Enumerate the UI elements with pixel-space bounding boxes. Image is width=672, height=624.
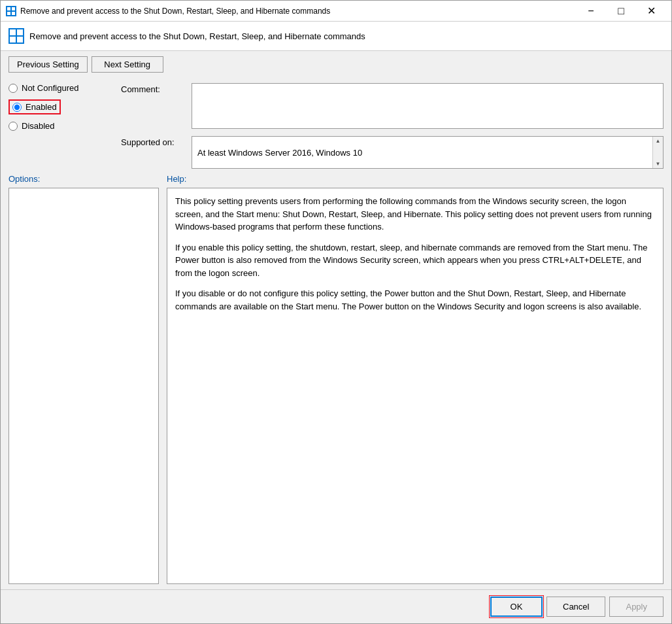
disabled-radio[interactable] [8,122,18,131]
help-paragraph-3: If you disable or do not configure this … [175,287,655,313]
help-paragraph-2: If you enable this policy setting, the s… [175,241,655,280]
comment-textarea[interactable] [192,83,664,129]
minimize-button[interactable]: − [576,1,606,22]
scroll-up-arrow: ▲ [654,137,662,145]
options-section-label: Options: [8,174,40,184]
supported-on-label: Supported on: [121,136,186,147]
svg-rect-2 [7,12,10,15]
enabled-option[interactable]: Enabled [8,99,113,114]
fields-section: Comment: Supported on: At least Windows … [121,83,664,169]
help-panel: This policy setting prevents users from … [167,188,664,584]
supported-on-value: At least Windows Server 2016, Windows 10 [197,148,375,158]
dialog-header: Remove and prevent access to the Shut Do… [1,22,671,51]
svg-rect-0 [7,7,10,10]
top-section: Not Configured Enabled Disabled Comme [8,83,664,169]
next-setting-button[interactable]: Next Setting [92,56,163,73]
supported-on-value-box: At least Windows Server 2016, Windows 10… [192,136,664,169]
toolbar: Previous Setting Next Setting [1,51,671,78]
svg-rect-5 [17,29,23,35]
radio-group: Not Configured Enabled Disabled [8,83,113,169]
supported-on-scrollbar: ▲ ▼ [652,137,663,168]
window-icon [6,6,16,16]
cancel-button[interactable]: Cancel [546,597,605,617]
dialog-header-text: Remove and prevent access to the Shut Do… [29,31,365,41]
not-configured-option[interactable]: Not Configured [8,83,113,93]
main-window: Remove and prevent access to the Shut Do… [0,0,672,624]
enabled-label: Enabled [25,102,57,112]
close-button[interactable]: ✕ [636,1,666,22]
section-divider: Options: Help: [8,174,664,184]
bottom-panels: This policy setting prevents users from … [8,188,664,584]
svg-rect-7 [17,37,23,43]
window-controls: − □ ✕ [576,1,666,22]
window-title: Remove and prevent access to the Shut Do… [20,7,576,16]
help-paragraph-1: This policy setting prevents users from … [175,195,655,234]
svg-rect-1 [12,7,15,10]
not-configured-radio[interactable] [8,84,18,93]
svg-rect-6 [10,37,16,43]
comment-label: Comment: [121,83,186,94]
title-bar: Remove and prevent access to the Shut Do… [1,1,671,22]
previous-setting-button[interactable]: Previous Setting [8,56,88,73]
disabled-option[interactable]: Disabled [8,121,113,131]
disabled-label: Disabled [22,121,55,131]
dialog-icon [8,28,24,44]
supported-on-row: Supported on: At least Windows Server 20… [121,136,664,169]
help-section-label: Help: [167,174,186,184]
options-panel [8,188,159,584]
ok-button[interactable]: OK [490,597,543,617]
scroll-down-arrow: ▼ [654,160,662,168]
main-content: Not Configured Enabled Disabled Comme [1,78,671,589]
svg-rect-4 [10,29,16,35]
footer: OK Cancel Apply [1,589,671,623]
svg-rect-3 [12,12,15,15]
comment-row: Comment: [121,83,664,131]
maximize-button[interactable]: □ [606,1,636,22]
comment-textarea-wrapper [192,83,664,131]
enabled-radio[interactable] [12,103,22,112]
apply-button[interactable]: Apply [609,597,664,617]
not-configured-label: Not Configured [22,83,78,93]
